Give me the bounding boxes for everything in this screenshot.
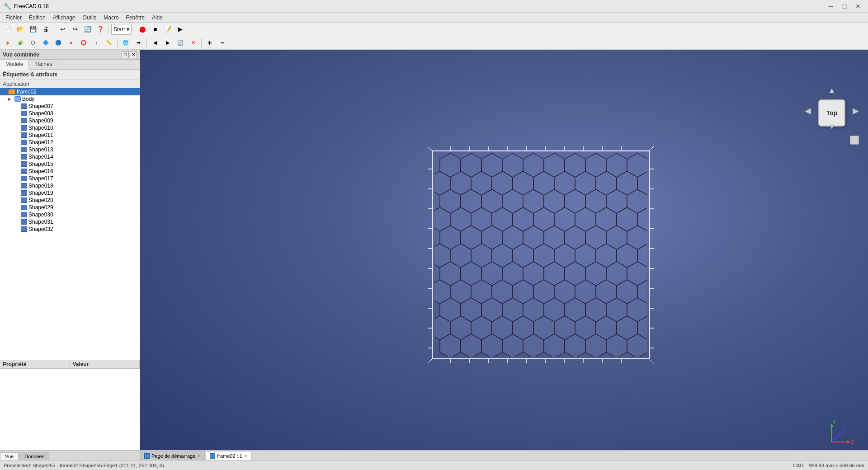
redo-button[interactable]: ↪ — [69, 24, 81, 35]
label: Shape011 — [28, 132, 53, 138]
viewport[interactable]: ▲ ◀ Top ▶ ▼ X Y Z — [140, 50, 868, 460]
tree-item-shape019[interactable]: Shape019 — [0, 189, 140, 197]
panel-float-button[interactable]: □ — [122, 51, 129, 58]
start-tab-label: Page de démarrage — [151, 453, 195, 459]
close-button[interactable]: ✕ — [852, 1, 864, 11]
nav-cube[interactable]: ▲ ◀ Top ▶ ▼ — [805, 86, 859, 145]
tree-item-body[interactable]: ▶ Body — [0, 95, 140, 103]
tree-item-shape031[interactable]: Shape031 — [0, 218, 140, 226]
tree-item-shape014[interactable]: Shape014 — [0, 153, 140, 160]
start-dropdown[interactable]: Start ▾ — [111, 24, 132, 35]
tree-item-shape011[interactable]: Shape011 — [0, 132, 140, 139]
prop-col-label: Propriété — [0, 360, 70, 368]
stop-button[interactable]: ■ — [149, 24, 161, 35]
cone-button[interactable]: 🔺 — [65, 38, 77, 48]
cylinder-button[interactable]: 🔵 — [52, 38, 64, 48]
tab-taches[interactable]: Tâches — [29, 60, 58, 69]
panel-close-button[interactable]: ✕ — [130, 51, 137, 58]
torus-button[interactable]: ⭕ — [78, 38, 90, 48]
nav-cube-mini[interactable] — [850, 136, 859, 145]
menu-fenetre[interactable]: Fenêtre — [123, 13, 148, 23]
frame-tab-close[interactable]: ✕ — [244, 453, 248, 458]
undo-button[interactable]: ↩ — [57, 24, 68, 35]
titlebar-left: 🔧 FreeCAD 0.18 — [4, 3, 49, 10]
tree-item-shape009[interactable]: Shape009 — [0, 117, 140, 124]
tree-item-shape029[interactable]: Shape029 — [0, 204, 140, 211]
solid-view-button[interactable]: ◆ — [2, 38, 14, 48]
extrude-button[interactable]: ↑ — [90, 38, 102, 48]
tree-item-shape030[interactable]: Shape030 — [0, 211, 140, 218]
print-button[interactable]: 🖨 — [40, 24, 52, 35]
tree-item-shape017[interactable]: Shape017 — [0, 175, 140, 182]
label: Shape031 — [28, 219, 53, 225]
tree-area[interactable]: ▼ frame02 ▶ Body Shape007 Shape008 Shape… — [0, 88, 140, 360]
zoom-minus-button[interactable]: − — [217, 38, 228, 48]
app-section-label: Application — [0, 80, 140, 88]
tree-item-shape018[interactable]: Shape018 — [0, 182, 140, 189]
minimize-button[interactable]: ─ — [825, 1, 837, 11]
label: Shape029 — [28, 204, 53, 211]
cancel-button[interactable]: ✕ — [187, 38, 199, 48]
svg-line-42 — [649, 146, 654, 151]
tree-item-shape010[interactable]: Shape010 — [0, 124, 140, 132]
toolbar-row-2: ◆ 🧩 ⬡ 🔷 🔵 🔺 ⭕ ↑ 📏 🌐 ➡ ◀ ▶ 🔄 ✕ + − — [0, 36, 868, 50]
new-button[interactable]: 📄 — [2, 24, 14, 35]
cad-label: CAD — [793, 463, 803, 468]
tab-donnees[interactable]: Données — [19, 452, 49, 460]
menu-edition[interactable]: Édition — [25, 13, 49, 23]
maximize-button[interactable]: □ — [838, 1, 851, 11]
measure-button[interactable]: 📏 — [103, 38, 115, 48]
menu-aide[interactable]: Aide — [148, 13, 166, 23]
label: Shape017 — [28, 175, 53, 182]
menu-affichage[interactable]: Affichage — [49, 13, 79, 23]
tab-vue[interactable]: Vue — [0, 452, 19, 460]
expand-icon[interactable]: ▼ — [2, 89, 8, 94]
honeycomb-drawing — [428, 146, 654, 363]
part-button[interactable]: 🧩 — [14, 38, 26, 48]
help-button[interactable]: ❓ — [94, 24, 106, 35]
tree-item-shape008[interactable]: Shape008 — [0, 110, 140, 117]
prev-view-button[interactable]: ◀ — [149, 38, 161, 48]
script-button[interactable]: 📝 — [162, 24, 174, 35]
sphere-button[interactable]: ⬡ — [27, 38, 39, 48]
panel-title: Vue combinée — [3, 52, 39, 58]
tree-item-shape028[interactable]: Shape028 — [0, 197, 140, 204]
viewport-canvas[interactable]: ▲ ◀ Top ▶ ▼ X Y Z — [140, 50, 868, 460]
tree-item-shape013[interactable]: Shape013 — [0, 146, 140, 153]
vp-tab-start[interactable]: Page de démarrage ✕ — [140, 451, 205, 460]
shape-icon — [21, 125, 27, 131]
menu-outils[interactable]: Outils — [79, 13, 100, 23]
vp-tab-frame[interactable]: frame02 : 1 ✕ — [206, 451, 252, 460]
play-button[interactable]: ▶ — [175, 24, 186, 35]
tree-item-shape016[interactable]: Shape016 — [0, 168, 140, 175]
start-tab-close[interactable]: ✕ — [197, 453, 201, 458]
zoom-plus-button[interactable]: + — [204, 38, 216, 48]
tree-item-shape007[interactable]: Shape007 — [0, 103, 140, 110]
nav-up-arrow[interactable]: ▲ — [828, 86, 836, 95]
cube-button[interactable]: 🔷 — [40, 38, 52, 48]
part-design-button[interactable]: 🌐 — [120, 38, 132, 48]
nav-left-arrow[interactable]: ◀ — [805, 106, 811, 116]
tree-item-shape032[interactable]: Shape032 — [0, 226, 140, 233]
next-view-button[interactable]: ▶ — [162, 38, 174, 48]
shape-icon — [21, 197, 27, 203]
import-button[interactable]: ➡ — [132, 38, 144, 48]
sync-button[interactable]: 🔄 — [175, 38, 186, 48]
label-area-text: Étiquettes & attributs — [3, 71, 57, 78]
expand-icon-body[interactable]: ▶ — [8, 97, 14, 101]
record-button[interactable]: ⬤ — [137, 24, 148, 35]
save-button[interactable]: 💾 — [27, 24, 39, 35]
refresh-button[interactable]: 🔄 — [82, 24, 94, 35]
menu-fichier[interactable]: Fichier — [2, 13, 25, 23]
menu-macro[interactable]: Macro — [100, 13, 122, 23]
nav-right-arrow[interactable]: ▶ — [853, 106, 859, 116]
tree-item-shape015[interactable]: Shape015 — [0, 160, 140, 168]
open-button[interactable]: 📂 — [14, 24, 26, 35]
tab-modele[interactable]: Modèle — [0, 60, 29, 70]
axis-svg: X Y Z — [827, 419, 854, 446]
tree-root[interactable]: ▼ frame02 — [0, 88, 140, 95]
bottom-tabs: Vue Données — [0, 450, 140, 460]
nav-down-arrow[interactable]: ▼ — [828, 122, 836, 131]
tree-item-shape012[interactable]: Shape012 — [0, 139, 140, 146]
panel-tabs: Modèle Tâches — [0, 60, 140, 70]
